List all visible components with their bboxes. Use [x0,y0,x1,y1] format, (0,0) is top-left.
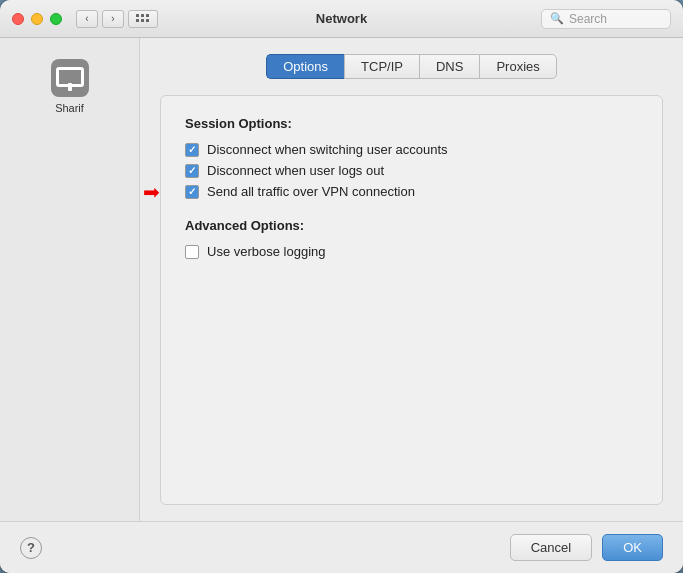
search-placeholder: Search [569,12,607,26]
sidebar-item-sharif[interactable]: Sharif [0,50,139,122]
close-button[interactable] [12,13,24,25]
minimize-button[interactable] [31,13,43,25]
option-verbose-logging: Use verbose logging [185,241,638,262]
bottom-actions: Cancel OK [510,534,663,561]
checkbox-disconnect-switch[interactable]: ✓ [185,143,199,157]
content-area: Sharif Options TCP/IP DNS Proxies Sessio… [0,38,683,521]
options-panel: Session Options: ✓ Disconnect when switc… [160,95,663,505]
tab-proxies[interactable]: Proxies [479,54,556,79]
help-button[interactable]: ? [20,537,42,559]
option-label-send-traffic: Send all traffic over VPN connection [207,184,415,199]
grid-view-button[interactable] [128,10,158,28]
checkbox-send-traffic[interactable]: ✓ [185,185,199,199]
checkmark-icon: ✓ [188,187,196,197]
tab-options[interactable]: Options [266,54,344,79]
session-options-title: Session Options: [185,116,638,131]
sidebar-item-label: Sharif [55,102,84,114]
red-arrow-icon: ➡ [143,180,160,204]
option-label-disconnect-switch: Disconnect when switching user accounts [207,142,448,157]
sidebar: Sharif [0,38,140,521]
option-label-disconnect-logout: Disconnect when user logs out [207,163,384,178]
bottom-bar: ? Cancel OK [0,521,683,573]
forward-button[interactable]: › [102,10,124,28]
checkbox-disconnect-logout[interactable]: ✓ [185,164,199,178]
tab-dns[interactable]: DNS [419,54,479,79]
vpn-icon [51,59,89,97]
ok-button[interactable]: OK [602,534,663,561]
search-bar[interactable]: 🔍 Search [541,9,671,29]
nav-buttons: ‹ › [76,10,124,28]
vpn-service-icon [50,58,90,98]
advanced-options-section: Advanced Options: Use verbose logging [185,218,638,262]
grid-icon [136,14,150,23]
titlebar: ‹ › Network 🔍 Search [0,0,683,38]
checkmark-icon: ✓ [188,145,196,155]
maximize-button[interactable] [50,13,62,25]
main-panel: Options TCP/IP DNS Proxies Session Optio… [140,38,683,521]
checkbox-verbose-logging[interactable] [185,245,199,259]
option-label-verbose-logging: Use verbose logging [207,244,326,259]
search-icon: 🔍 [550,12,564,25]
network-window: ‹ › Network 🔍 Search Sharif [0,0,683,573]
tab-bar: Options TCP/IP DNS Proxies [266,54,557,79]
traffic-lights [12,13,62,25]
window-title: Network [316,11,367,26]
option-disconnect-logout: ✓ Disconnect when user logs out [185,160,638,181]
option-disconnect-switch: ✓ Disconnect when switching user account… [185,139,638,160]
option-send-traffic: ➡ ✓ Send all traffic over VPN connection [185,181,638,202]
checkmark-icon: ✓ [188,166,196,176]
tab-tcpip[interactable]: TCP/IP [344,54,419,79]
cancel-button[interactable]: Cancel [510,534,592,561]
advanced-options-title: Advanced Options: [185,218,638,233]
back-button[interactable]: ‹ [76,10,98,28]
